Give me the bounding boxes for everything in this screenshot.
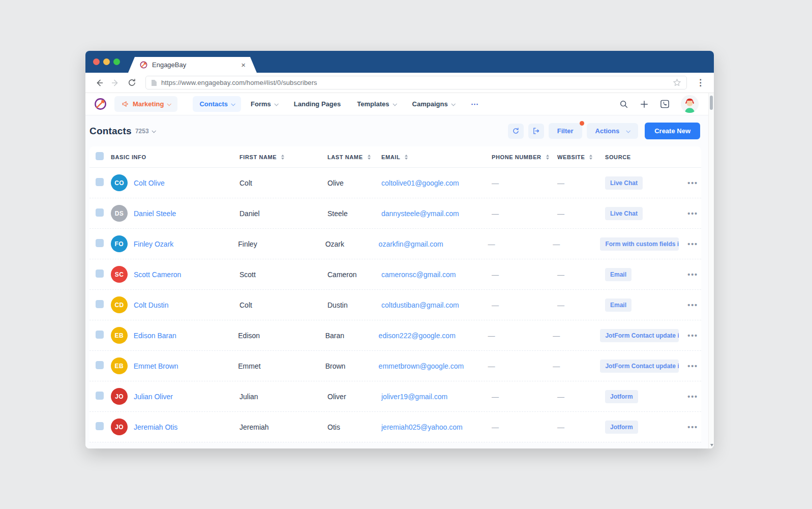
source-badge: Email [605, 298, 631, 312]
user-avatar[interactable] [681, 95, 699, 113]
url-text[interactable]: https://www.engagebay.com/home#list/0/su… [161, 79, 669, 86]
browser-tab[interactable]: EngageBay × [128, 57, 257, 73]
app-navbar: Marketing Contacts Forms Landing Pages T… [85, 93, 714, 115]
table-row[interactable]: CD Colt Dustin Colt Dustin coltdustiban@… [89, 290, 701, 320]
table-row[interactable]: SC Scott Cameron Scott Cameron cameronsc… [89, 259, 701, 290]
phone-cell: — [488, 240, 553, 248]
row-checkbox[interactable] [96, 422, 104, 430]
filter-button[interactable]: Filter [549, 123, 582, 139]
minimize-window-button[interactable] [103, 58, 110, 65]
contact-name-link[interactable]: Julian Oliver [134, 393, 173, 401]
row-checkbox[interactable] [96, 270, 104, 278]
row-checkbox[interactable] [96, 239, 104, 247]
tab-close-icon[interactable]: × [241, 61, 246, 69]
navbar-actions [619, 95, 706, 113]
row-menu-icon[interactable]: ••• [687, 301, 698, 309]
email-cell[interactable]: coltolive01@google.com [381, 179, 492, 187]
search-icon[interactable] [619, 100, 628, 109]
column-header-last-name[interactable]: LAST NAME [327, 154, 381, 160]
forward-button[interactable] [109, 76, 122, 89]
row-menu-icon[interactable]: ••• [687, 362, 698, 370]
sort-icon[interactable] [405, 155, 408, 160]
table-row[interactable]: JO Jeremiah Otis Jeremiah Otis jeremiah0… [89, 412, 701, 442]
reload-button[interactable] [125, 76, 138, 89]
table-row[interactable]: DS Daniel Steele Daniel Steele dannystee… [89, 198, 701, 229]
select-all-checkbox[interactable] [96, 152, 104, 160]
address-bar[interactable]: https://www.engagebay.com/home#list/0/su… [145, 76, 687, 89]
table-row[interactable]: EB Edison Baran Edison Baran edison222@g… [89, 320, 701, 351]
contact-name-link[interactable]: Daniel Steele [134, 209, 176, 218]
column-header-website[interactable]: WEBSITE [557, 154, 605, 160]
table-row[interactable]: EB Emmet Brown Emmet Brown emmetbrown@go… [89, 351, 701, 381]
nav-item-contacts[interactable]: Contacts [193, 96, 241, 112]
contact-name-link[interactable]: Jeremiah Otis [134, 423, 177, 431]
phone-cell: — [492, 179, 557, 187]
back-button[interactable] [93, 76, 106, 89]
nav-item-forms[interactable]: Forms [244, 96, 284, 112]
row-menu-icon[interactable]: ••• [687, 240, 698, 248]
table-row[interactable]: FO Finley Ozark Finley Ozark ozarkfin@gm… [89, 229, 701, 259]
scrollbar-down-arrow-icon[interactable] [710, 444, 713, 446]
engagebay-logo-icon[interactable] [94, 97, 107, 111]
export-button[interactable] [528, 124, 544, 139]
maximize-window-button[interactable] [113, 58, 120, 65]
last-name-cell: Steele [327, 209, 381, 218]
row-checkbox[interactable] [96, 208, 104, 217]
bookmark-star-icon[interactable] [673, 78, 681, 87]
nav-item-landing-pages[interactable]: Landing Pages [287, 96, 347, 112]
email-cell[interactable]: coltdustiban@gmail.com [381, 301, 492, 309]
contact-name-link[interactable]: Scott Cameron [134, 271, 181, 279]
sort-icon[interactable] [281, 155, 284, 160]
email-cell[interactable]: dannysteele@ymail.com [381, 209, 492, 218]
email-cell[interactable]: ozarkfin@gmail.com [379, 240, 488, 248]
website-cell: — [557, 423, 605, 431]
browser-menu-icon[interactable]: ⋮ [694, 77, 707, 88]
contact-name-link[interactable]: Colt Olive [134, 179, 165, 187]
nav-item-campaigns[interactable]: Campaigns [406, 96, 461, 112]
column-header-phone[interactable]: PHONE NUMBER [492, 154, 557, 160]
quick-add-icon[interactable] [640, 100, 649, 109]
email-cell[interactable]: jeremiah025@yahoo.com [381, 423, 492, 431]
scrollbar-thumb[interactable] [710, 96, 713, 110]
column-header-first-name[interactable]: FIRST NAME [239, 154, 327, 160]
sort-icon[interactable] [546, 155, 549, 160]
contact-name-link[interactable]: Colt Dustin [134, 301, 168, 309]
close-window-button[interactable] [93, 58, 100, 65]
create-new-button[interactable]: Create New [645, 123, 700, 139]
email-cell[interactable]: edison222@google.com [379, 332, 488, 340]
row-menu-icon[interactable]: ••• [687, 393, 698, 401]
row-checkbox[interactable] [96, 178, 104, 186]
actions-button[interactable]: Actions [587, 123, 639, 139]
email-cell[interactable]: emmetbrown@google.com [379, 362, 488, 370]
phone-cell: — [492, 301, 557, 309]
table-row[interactable]: JO Julian Oliver Julian Oliver joliver19… [89, 381, 701, 412]
email-cell[interactable]: cameronsc@gmail.com [381, 271, 492, 279]
contact-name-link[interactable]: Edison Baran [134, 332, 176, 340]
nav-item-templates[interactable]: Templates [350, 96, 402, 112]
row-menu-icon[interactable]: ••• [687, 423, 698, 431]
list-switcher-chevron-icon[interactable] [152, 129, 156, 133]
call-widget-icon[interactable] [660, 99, 670, 109]
row-menu-icon[interactable]: ••• [687, 271, 698, 279]
website-cell: — [553, 240, 600, 248]
row-checkbox[interactable] [96, 392, 104, 400]
row-checkbox[interactable] [96, 300, 104, 308]
table-row[interactable]: CO Colt Olive Colt Olive coltolive01@goo… [89, 168, 701, 198]
contact-name-link[interactable]: Emmet Brown [134, 362, 178, 370]
contact-name-link[interactable]: Finley Ozark [134, 240, 174, 248]
row-menu-icon[interactable]: ••• [687, 209, 698, 218]
column-header-email[interactable]: EMAIL [381, 154, 492, 160]
workspace-switcher[interactable]: Marketing [114, 96, 177, 112]
sort-icon[interactable] [368, 155, 371, 160]
contacts-table: BASIC INFO FIRST NAME LAST NAME EMAIL PH… [89, 146, 701, 442]
row-checkbox[interactable] [96, 361, 104, 369]
row-menu-icon[interactable]: ••• [687, 179, 698, 187]
row-menu-icon[interactable]: ••• [687, 332, 698, 340]
chevron-down-icon [274, 102, 278, 106]
sort-icon[interactable] [589, 155, 592, 160]
nav-more-button[interactable]: ⋯ [464, 96, 486, 113]
row-checkbox[interactable] [96, 331, 104, 339]
refresh-button[interactable] [508, 124, 524, 139]
page-scrollbar[interactable] [708, 93, 714, 448]
email-cell[interactable]: joliver19@gmail.com [381, 393, 492, 401]
